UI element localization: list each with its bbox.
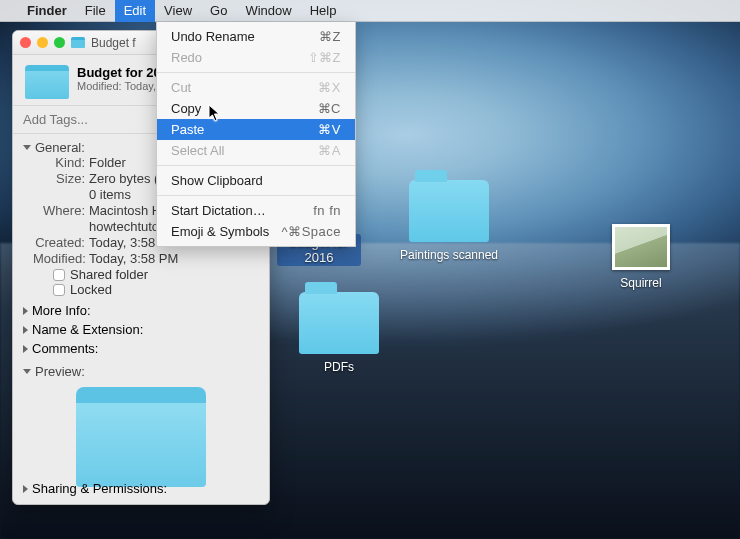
desktop-folder-paintings[interactable]: Paintings scanned: [394, 180, 504, 263]
sharing-header[interactable]: Sharing & Permissions:: [23, 481, 167, 496]
menu-emoji-symbols[interactable]: Emoji & Symbols ^⌘Space: [157, 221, 355, 242]
close-button[interactable]: [20, 37, 31, 48]
header-modified: Modified: Today,: [77, 80, 161, 92]
desktop-folder-pdfs[interactable]: PDFs: [284, 292, 394, 375]
menubar: Finder File Edit View Go Window Help: [0, 0, 740, 22]
menu-redo: Redo ⇧⌘Z: [157, 47, 355, 68]
comments-header[interactable]: Comments:: [23, 341, 259, 356]
icon-label: Squirrel: [596, 275, 686, 291]
shortcut: ⌘V: [318, 122, 341, 137]
menu-go[interactable]: Go: [201, 0, 236, 22]
menu-help[interactable]: Help: [301, 0, 346, 22]
menu-window[interactable]: Window: [236, 0, 300, 22]
desktop-image-squirrel[interactable]: Squirrel: [596, 224, 686, 291]
label: Show Clipboard: [171, 173, 263, 188]
window-title: Budget f: [91, 36, 136, 50]
modified-value: Today, 3:58 PM: [89, 251, 178, 266]
menu-edit[interactable]: Edit: [115, 0, 155, 22]
shortcut: ⌘A: [318, 143, 341, 158]
more-info-header[interactable]: More Info:: [23, 303, 259, 318]
menu-show-clipboard[interactable]: Show Clipboard: [157, 170, 355, 191]
label: Select All: [171, 143, 224, 158]
shortcut: ^⌘Space: [282, 224, 341, 239]
size-items: 0 items: [89, 187, 131, 202]
menu-cut: Cut ⌘X: [157, 77, 355, 98]
label: Cut: [171, 80, 191, 95]
preview-header[interactable]: Preview:: [23, 364, 259, 379]
label: Start Dictation…: [171, 203, 266, 218]
shortcut: ⌘Z: [319, 29, 341, 44]
label: Paste: [171, 122, 204, 137]
preview-folder-icon: [76, 387, 206, 487]
menu-view[interactable]: View: [155, 0, 201, 22]
menu-start-dictation[interactable]: Start Dictation… fn fn: [157, 200, 355, 221]
shortcut: ⌘C: [318, 101, 341, 116]
icon-label: Paintings scanned: [394, 247, 504, 263]
image-thumbnail-icon: [612, 224, 670, 270]
label: Copy: [171, 101, 201, 116]
header-folder-icon: [25, 65, 69, 99]
edit-dropdown: Undo Rename ⌘Z Redo ⇧⌘Z Cut ⌘X Copy ⌘C P…: [156, 22, 356, 247]
shortcut: ⇧⌘Z: [308, 50, 341, 65]
cursor-icon: [208, 104, 222, 126]
shortcut: ⌘X: [318, 80, 341, 95]
label: Emoji & Symbols: [171, 224, 269, 239]
menu-undo[interactable]: Undo Rename ⌘Z: [157, 26, 355, 47]
folder-icon: [409, 180, 489, 242]
locked-checkbox[interactable]: Locked: [23, 282, 259, 297]
label: Undo Rename: [171, 29, 255, 44]
menu-file[interactable]: File: [76, 0, 115, 22]
name-ext-header[interactable]: Name & Extension:: [23, 322, 259, 337]
zoom-button[interactable]: [54, 37, 65, 48]
size-value: Zero bytes (Z: [89, 171, 166, 186]
menu-select-all: Select All ⌘A: [157, 140, 355, 161]
kind-value: Folder: [89, 155, 126, 170]
menu-copy[interactable]: Copy ⌘C: [157, 98, 355, 119]
shared-folder-checkbox[interactable]: Shared folder: [23, 267, 259, 282]
minimize-button[interactable]: [37, 37, 48, 48]
icon-label: PDFs: [284, 359, 394, 375]
app-menu[interactable]: Finder: [18, 0, 76, 22]
folder-icon: [71, 37, 85, 48]
shortcut: fn fn: [313, 203, 341, 218]
label: Redo: [171, 50, 202, 65]
folder-icon: [299, 292, 379, 354]
header-name: Budget for 20: [77, 65, 161, 80]
menu-paste[interactable]: Paste ⌘V: [157, 119, 355, 140]
